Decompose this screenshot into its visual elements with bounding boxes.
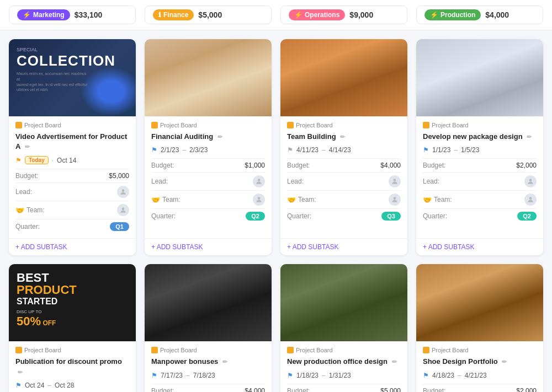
card-title: Financial Auditing ✏ [151, 132, 265, 142]
flag-icon: ⚑ [151, 146, 157, 154]
budget-value: $1,000 [245, 162, 265, 169]
team-row: 🤝 Team: [151, 190, 265, 208]
edit-icon[interactable]: ✏ [502, 358, 507, 365]
edit-icon[interactable]: ✏ [222, 358, 227, 365]
date-end: Oct 28 [55, 382, 74, 389]
quarter-row: Quarter: Q3 [287, 208, 401, 223]
svg-point-5 [394, 197, 396, 200]
quarter-label: Quarter: [151, 212, 176, 220]
tag-label: Operations [305, 11, 339, 19]
budget-item-operations: ⚡ Operations $9,000 [280, 6, 407, 24]
tag-finance[interactable]: ℹ Finance [153, 9, 194, 20]
card-image: BEST PRODUCT STARTED DISC UP TO 50% OFF [9, 264, 136, 341]
lead-label: Lead: [15, 188, 32, 196]
team-label: Team: [26, 206, 45, 214]
add-subtask-button[interactable]: + ADD SUBTASK [280, 238, 407, 255]
date-end: 1/5/23 [461, 146, 479, 154]
tag-icon: ⚡ [23, 11, 31, 19]
today-badge: Today [25, 156, 49, 164]
budget-amount: $5,000 [198, 10, 222, 19]
svg-point-2 [258, 179, 261, 182]
lead-label: Lead: [423, 178, 439, 185]
budget-value: $2,000 [516, 162, 537, 169]
edit-icon[interactable]: ✏ [217, 133, 222, 140]
tag-production[interactable]: ⚡ Production [424, 9, 481, 20]
project-board-label: Project Board [15, 347, 129, 353]
date-row: ⚑ 7/17/23 – 7/18/23 [151, 372, 265, 379]
card-body: Project Board Publication for discount p… [9, 341, 136, 392]
lead-label: Lead: [151, 178, 168, 185]
tag-label: Finance [163, 11, 188, 19]
project-board-label: Project Board [151, 347, 265, 353]
svg-point-1 [122, 208, 125, 211]
card-image [145, 39, 272, 116]
flag-icon: ⚑ [15, 157, 22, 164]
date-start: 7/17/23 [161, 372, 183, 379]
budget-item-marketing: ⚡ Marketing $33,100 [9, 6, 136, 24]
date-row: ⚑ Today · Oct 14 [15, 156, 129, 164]
pb-icon [151, 347, 158, 353]
project-board-label: Project Board [15, 122, 129, 128]
team-avatar [253, 194, 265, 206]
budget-value: $4,000 [380, 162, 401, 169]
date-start: 4/18/23 [432, 372, 454, 379]
pb-icon [287, 347, 294, 353]
svg-point-3 [258, 197, 261, 200]
add-subtask-button[interactable]: + ADD SUBTASK [9, 238, 136, 255]
edit-icon[interactable]: ✏ [25, 143, 30, 150]
svg-point-6 [529, 179, 532, 182]
card-card8: Project Board Shoe Design Portfolio ✏ ⚑ … [416, 264, 543, 392]
card-body: Project Board Team Building ✏ ⚑ 4/11/23 … [280, 116, 407, 238]
project-board-label: Project Board [151, 122, 265, 128]
add-subtask-button[interactable]: + ADD SUBTASK [416, 238, 543, 255]
pb-text: Project Board [24, 122, 61, 128]
date-end: 7/18/23 [193, 372, 215, 379]
quarter-label: Quarter: [15, 223, 40, 230]
budget-label: Budget: [287, 162, 310, 169]
edit-icon[interactable]: ✏ [18, 369, 23, 375]
tag-label: Marketing [33, 11, 65, 19]
card-image: SPECIAL COLLECTION Mauris enim ex, accum… [9, 39, 136, 116]
card-body: Project Board Financial Auditing ✏ ⚑ 2/1… [145, 116, 272, 238]
edit-icon[interactable]: ✏ [527, 133, 532, 140]
budget-row: Budget: $2,000 [423, 158, 537, 172]
card-image [280, 264, 407, 341]
quarter-row: Quarter: Q2 [423, 208, 537, 223]
card-body: Project Board Manpower bonuses ✏ ⚑ 7/17/… [145, 341, 272, 392]
add-subtask-button[interactable]: + ADD SUBTASK [145, 238, 272, 255]
pb-text: Project Board [24, 347, 61, 353]
lead-label: Lead: [287, 178, 304, 185]
budget-label: Budget: [15, 172, 38, 180]
card-body: Project Board Video Advertisement for Pr… [9, 116, 136, 238]
card-card6: Project Board Manpower bonuses ✏ ⚑ 7/17/… [145, 264, 272, 392]
pb-icon [423, 347, 429, 353]
card-image [416, 264, 543, 341]
tag-marketing[interactable]: ⚡ Marketing [17, 9, 70, 20]
lead-row: Lead: [15, 182, 129, 201]
team-label: Team: [434, 196, 452, 203]
team-emoji: 🤝 [15, 206, 24, 214]
svg-point-4 [394, 179, 396, 182]
budget-amount: $9,000 [349, 10, 373, 19]
tag-operations[interactable]: ⚡ Operations [289, 9, 345, 20]
edit-icon[interactable]: ✏ [392, 358, 397, 365]
edit-icon[interactable]: ✏ [340, 133, 345, 140]
budget-item-finance: ℹ Finance $5,000 [145, 6, 272, 24]
date-row: ⚑ 4/11/23 – 4/14/23 [287, 146, 401, 154]
flag-icon: ⚑ [15, 382, 22, 389]
quarter-badge: Q3 [381, 212, 401, 221]
budget-amount: $33,100 [75, 10, 103, 19]
tag-icon: ⚡ [430, 11, 438, 19]
date-start: 1/1/23 [432, 146, 450, 154]
svg-point-0 [122, 190, 125, 192]
card-title: Shoe Design Portfolio ✏ [423, 357, 537, 367]
project-board-label: Project Board [287, 347, 401, 353]
date-row: ⚑ 1/18/23 – 1/31/23 [287, 372, 401, 379]
card-title: New production office design ✏ [287, 357, 401, 367]
card-title: Team Building ✏ [287, 132, 401, 142]
tag-label: Production [440, 11, 475, 19]
budget-row: Budget: $5,000 [15, 169, 129, 182]
lead-row: Lead: [423, 172, 537, 190]
cards-grid: SPECIAL COLLECTION Mauris enim ex, accum… [0, 30, 552, 392]
budget-row: Budget: $4,000 [287, 158, 401, 172]
